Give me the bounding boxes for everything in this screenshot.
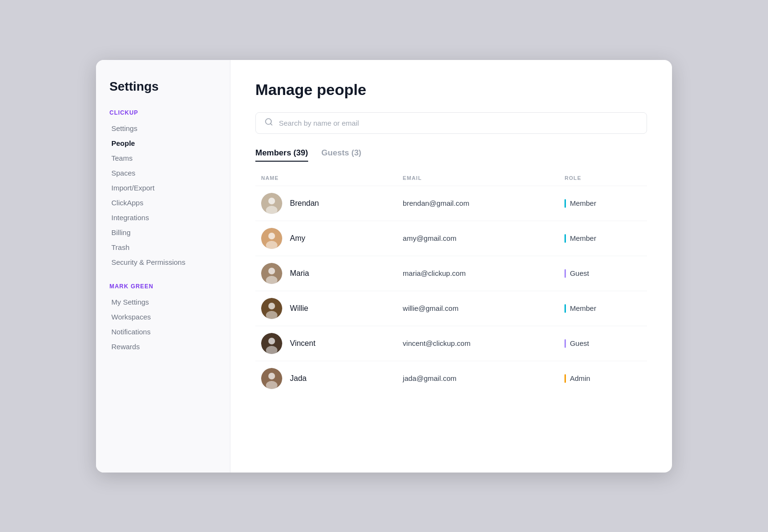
email-cell: amy@gmail.com bbox=[397, 221, 559, 256]
email-cell: maria@clickup.com bbox=[397, 256, 559, 291]
table-row: Brendanbrendan@gmail.comMember bbox=[255, 186, 647, 221]
avatar bbox=[261, 298, 282, 319]
sidebar-item-my-settings[interactable]: My Settings bbox=[109, 295, 216, 309]
search-bar bbox=[255, 112, 647, 134]
role-cell: Member bbox=[559, 186, 647, 221]
avatar bbox=[261, 263, 282, 284]
avatar bbox=[261, 228, 282, 249]
sidebar-item-billing[interactable]: Billing bbox=[109, 225, 216, 240]
table-row: Williewillie@gmail.comMember bbox=[255, 291, 647, 326]
svg-point-18 bbox=[268, 373, 275, 379]
people-table: NAMEEMAILROLE Brendanbrendan@gmail.comMe… bbox=[255, 171, 647, 396]
email-cell: brendan@gmail.com bbox=[397, 186, 559, 221]
role-cell: Member bbox=[559, 221, 647, 256]
svg-point-9 bbox=[268, 268, 275, 274]
person-name: Brendan bbox=[290, 199, 319, 208]
main-content: Manage people Members (39)Guests (3) NAM… bbox=[230, 60, 672, 473]
search-input[interactable] bbox=[279, 119, 638, 127]
svg-point-12 bbox=[268, 303, 275, 309]
tabs: Members (39)Guests (3) bbox=[255, 148, 647, 162]
col-role: ROLE bbox=[559, 171, 647, 186]
col-email: EMAIL bbox=[397, 171, 559, 186]
person-name: Maria bbox=[290, 269, 309, 278]
page-title: Manage people bbox=[255, 81, 647, 99]
sidebar-item-workspaces[interactable]: Workspaces bbox=[109, 309, 216, 324]
clickup-nav: SettingsPeopleTeamsSpacesImport/ExportCl… bbox=[109, 121, 216, 270]
sidebar-item-import-export[interactable]: Import/Export bbox=[109, 180, 216, 195]
name-cell: Amy bbox=[255, 221, 397, 256]
role-bar bbox=[564, 374, 566, 383]
table-row: Mariamaria@clickup.comGuest bbox=[255, 256, 647, 291]
role-bar bbox=[564, 199, 566, 208]
role-label: Guest bbox=[570, 339, 589, 347]
tab-guests[interactable]: Guests (3) bbox=[322, 148, 361, 162]
clickup-section-label: CLICKUP bbox=[109, 109, 216, 116]
sidebar-item-clickapps[interactable]: ClickApps bbox=[109, 195, 216, 210]
sidebar-item-spaces[interactable]: Spaces bbox=[109, 166, 216, 180]
settings-window: Settings CLICKUP SettingsPeopleTeamsSpac… bbox=[96, 60, 672, 473]
person-name: Willie bbox=[290, 304, 308, 313]
sidebar-item-teams[interactable]: Teams bbox=[109, 151, 216, 166]
role-cell: Admin bbox=[559, 361, 647, 396]
role-label: Guest bbox=[570, 269, 589, 277]
sidebar-item-rewards[interactable]: Rewards bbox=[109, 339, 216, 354]
role-cell: Guest bbox=[559, 326, 647, 361]
table-header: NAMEEMAILROLE bbox=[255, 171, 647, 186]
avatar bbox=[261, 333, 282, 354]
email-cell: vincent@clickup.com bbox=[397, 326, 559, 361]
mark-section-label: MARK GREEN bbox=[109, 283, 216, 290]
name-cell: Vincent bbox=[255, 326, 397, 361]
sidebar-title: Settings bbox=[109, 79, 216, 94]
role-label: Member bbox=[570, 304, 596, 312]
person-name: Amy bbox=[290, 234, 305, 243]
svg-point-6 bbox=[268, 233, 275, 239]
name-cell: Brendan bbox=[255, 186, 397, 221]
email-cell: jada@gmail.com bbox=[397, 361, 559, 396]
person-name: Vincent bbox=[290, 339, 315, 348]
email-cell: willie@gmail.com bbox=[397, 291, 559, 326]
role-bar bbox=[564, 339, 566, 348]
avatar bbox=[261, 193, 282, 214]
role-label: Admin bbox=[570, 374, 590, 382]
sidebar: Settings CLICKUP SettingsPeopleTeamsSpac… bbox=[96, 60, 230, 473]
sidebar-item-security[interactable]: Security & Permissions bbox=[109, 255, 216, 270]
table-row: Vincentvincent@clickup.comGuest bbox=[255, 326, 647, 361]
sidebar-item-notifications[interactable]: Notifications bbox=[109, 324, 216, 339]
role-label: Member bbox=[570, 234, 596, 242]
name-cell: Jada bbox=[255, 361, 397, 396]
sidebar-item-integrations[interactable]: Integrations bbox=[109, 210, 216, 225]
role-bar bbox=[564, 269, 566, 278]
svg-point-3 bbox=[268, 198, 275, 204]
avatar bbox=[261, 368, 282, 389]
table-row: Amyamy@gmail.comMember bbox=[255, 221, 647, 256]
tab-members[interactable]: Members (39) bbox=[255, 148, 308, 162]
table-row: Jadajada@gmail.comAdmin bbox=[255, 361, 647, 396]
svg-point-15 bbox=[268, 338, 275, 344]
role-bar bbox=[564, 304, 566, 313]
sidebar-item-settings[interactable]: Settings bbox=[109, 121, 216, 136]
sidebar-item-people[interactable]: People bbox=[109, 136, 216, 151]
mark-nav: My SettingsWorkspacesNotificationsReward… bbox=[109, 295, 216, 354]
role-cell: Guest bbox=[559, 256, 647, 291]
col-name: NAME bbox=[255, 171, 397, 186]
svg-line-1 bbox=[270, 123, 272, 125]
role-label: Member bbox=[570, 199, 596, 207]
search-icon bbox=[264, 118, 273, 129]
role-cell: Member bbox=[559, 291, 647, 326]
name-cell: Maria bbox=[255, 256, 397, 291]
table-body: Brendanbrendan@gmail.comMember Amyamy@gm… bbox=[255, 186, 647, 396]
name-cell: Willie bbox=[255, 291, 397, 326]
sidebar-item-trash[interactable]: Trash bbox=[109, 240, 216, 255]
role-bar bbox=[564, 234, 566, 243]
person-name: Jada bbox=[290, 374, 307, 383]
